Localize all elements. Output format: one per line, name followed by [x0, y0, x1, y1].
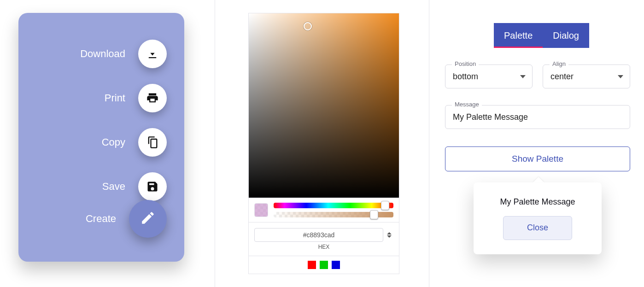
palette-popover: My Palette Message Close — [474, 182, 602, 254]
download-icon[interactable] — [138, 40, 167, 68]
preset-green[interactable] — [320, 261, 328, 269]
tab-palette[interactable]: Palette — [494, 23, 543, 48]
color-saturation-area[interactable] — [249, 13, 399, 198]
speed-dial-card: Download Print Copy Save — [18, 13, 184, 262]
position-select[interactable]: Position — [445, 64, 533, 88]
chevron-up-icon — [387, 232, 392, 234]
pencil-icon — [140, 210, 156, 228]
speed-dial-label: Print — [105, 92, 125, 104]
tab-dialog[interactable]: Dialog — [543, 23, 589, 48]
chevron-down-icon — [618, 75, 623, 78]
hue-thumb[interactable] — [381, 201, 389, 210]
popover-message: My Palette Message — [500, 197, 575, 207]
tab-bar: Palette Dialog — [494, 23, 589, 48]
chevron-down-icon — [387, 235, 392, 238]
create-button[interactable] — [129, 200, 167, 238]
message-field[interactable]: Message — [445, 105, 630, 129]
save-icon[interactable] — [138, 172, 167, 201]
alpha-thumb[interactable] — [370, 210, 378, 219]
color-picker: HEX — [248, 13, 399, 274]
speed-dial-label: Save — [102, 181, 125, 193]
preset-red[interactable] — [308, 261, 316, 269]
preset-blue[interactable] — [332, 261, 340, 269]
show-palette-button[interactable]: Show Palette — [445, 146, 630, 171]
format-switch[interactable] — [387, 232, 393, 238]
speed-dial-main[interactable]: Create — [86, 200, 167, 238]
hex-input[interactable] — [254, 228, 383, 242]
chevron-down-icon — [520, 75, 526, 78]
field-label: Align — [550, 60, 568, 67]
align-select[interactable]: Align — [543, 64, 630, 88]
alpha-slider[interactable] — [274, 212, 393, 217]
speed-dial-item-save[interactable]: Save — [102, 172, 167, 201]
format-label: HEX — [254, 244, 393, 250]
speed-dial-label: Download — [80, 48, 125, 60]
popover-caret — [533, 177, 544, 182]
speed-dial-item-print[interactable]: Print — [105, 84, 167, 112]
align-value[interactable] — [550, 65, 614, 88]
speed-dial-item-copy[interactable]: Copy — [102, 128, 167, 157]
field-label: Message — [452, 101, 482, 108]
speed-dial-main-label: Create — [86, 213, 116, 225]
hue-slider[interactable] — [274, 203, 393, 208]
copy-icon[interactable] — [138, 128, 167, 157]
close-button[interactable]: Close — [503, 216, 572, 240]
speed-dial-item-download[interactable]: Download — [80, 40, 167, 68]
field-label: Position — [452, 60, 479, 67]
position-value[interactable] — [452, 65, 516, 88]
preset-colors — [249, 256, 399, 274]
print-icon[interactable] — [138, 84, 167, 112]
color-swatch — [254, 203, 268, 217]
message-input[interactable] — [452, 105, 623, 129]
color-cursor[interactable] — [304, 22, 312, 30]
speed-dial-label: Copy — [102, 136, 125, 148]
